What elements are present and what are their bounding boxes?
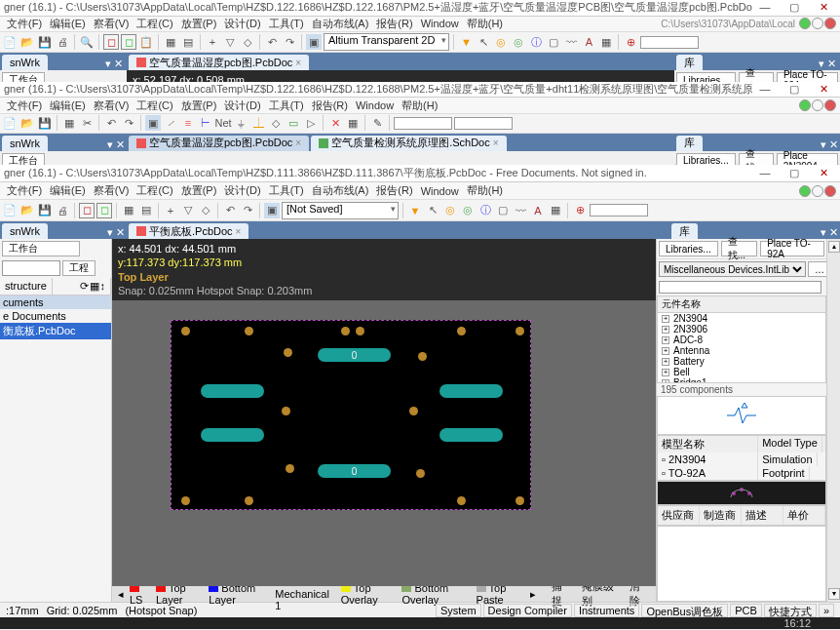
ring-icon[interactable]: ◎	[460, 203, 476, 218]
place-btn[interactable]: Place TO-92A	[760, 241, 824, 256]
menu-window[interactable]: Window	[418, 185, 462, 197]
wire-icon[interactable]: ⊢	[198, 115, 213, 131]
print-icon[interactable]: 🖨	[55, 203, 70, 218]
tab-pcb-doc[interactable]: 空气质量温湿度pcb图.PcbDoc×	[129, 55, 309, 70]
component-item[interactable]: +Bell	[658, 367, 825, 377]
tab-snwrk[interactable]: snWrk	[2, 223, 48, 239]
square-icon[interactable]: ▢	[546, 34, 561, 50]
menu-place[interactable]: 放置(P)	[178, 98, 220, 113]
doc-item[interactable]: e Documents	[0, 309, 111, 323]
menu-file[interactable]: 文件(F)	[4, 98, 45, 113]
via[interactable]	[245, 327, 253, 335]
grid-icon[interactable]: ▦	[61, 115, 77, 131]
doc-item-selected[interactable]: 衡底板.PcbDoc	[0, 323, 111, 339]
libs-btn[interactable]: Libraries...	[659, 241, 718, 256]
menu-window[interactable]: Window	[418, 18, 462, 29]
pcb-canvas[interactable]: 00	[112, 300, 656, 586]
tab-lib[interactable]: 库	[671, 223, 698, 239]
menu-project[interactable]: 工程(C)	[134, 183, 175, 198]
undo-icon[interactable]: ↶	[222, 203, 238, 218]
zoom-icon[interactable]: 🔍	[79, 34, 95, 50]
menu-edit[interactable]: 编辑(E)	[47, 183, 89, 198]
project-btn[interactable]: 工程	[62, 260, 95, 276]
min-btn[interactable]: —	[752, 83, 778, 97]
search-field[interactable]	[640, 36, 699, 49]
menu-design[interactable]: 设计(D)	[221, 17, 263, 31]
shape-tool[interactable]: ◻	[79, 203, 95, 218]
add-icon[interactable]: +	[163, 203, 178, 218]
menu-report[interactable]: 报告(R)	[309, 98, 351, 113]
target-icon[interactable]: ⊕	[623, 34, 638, 50]
find-btn[interactable]: 查找...	[721, 241, 758, 256]
min-btn[interactable]: —	[752, 1, 778, 15]
tab-structure[interactable]: structure	[0, 278, 53, 295]
workbench-btn[interactable]: 工作台	[2, 241, 80, 256]
via[interactable]	[282, 407, 290, 415]
pad[interactable]: 0	[318, 348, 391, 362]
menu-project[interactable]: 工程(C)	[134, 98, 175, 113]
filter-icon[interactable]: ▼	[407, 203, 423, 218]
part-icon[interactable]: ◇	[268, 115, 284, 131]
close-btn[interactable]: ✕	[811, 167, 836, 180]
pcb-board[interactable]: 00	[171, 320, 531, 510]
status-more[interactable]: »	[819, 604, 834, 617]
grid-icon[interactable]: ▤	[180, 34, 196, 50]
redo-icon[interactable]: ↷	[240, 203, 255, 218]
open-icon[interactable]: 📂	[19, 115, 35, 131]
via[interactable]	[515, 327, 524, 335]
component-item[interactable]: +ADC-8	[658, 335, 825, 345]
search-field2[interactable]	[454, 117, 513, 130]
tab-snwrk[interactable]: snWrk	[2, 136, 48, 151]
cursor-icon[interactable]: ↖	[476, 34, 491, 50]
menu-window[interactable]: Window	[353, 99, 397, 111]
sheet-icon[interactable]: ▭	[286, 115, 301, 131]
status-seg[interactable]: Instruments	[574, 604, 639, 617]
gnd-icon[interactable]: ⏚	[233, 115, 248, 131]
menu-file[interactable]: 文件(F)	[4, 183, 45, 198]
grid-icon[interactable]: ▦	[163, 34, 178, 50]
status-seg[interactable]: 快捷方式	[764, 604, 817, 617]
pad[interactable]: 0	[318, 464, 391, 478]
add-icon[interactable]: +	[205, 34, 220, 50]
new-icon[interactable]: 📄	[2, 34, 18, 50]
vcc-icon[interactable]: ⏊	[250, 115, 266, 131]
menu-route[interactable]: 自动布线(A)	[309, 17, 372, 31]
via[interactable]	[515, 496, 524, 505]
component-item[interactable]: +2N3906	[658, 324, 825, 335]
bus-icon[interactable]: ≡	[180, 115, 196, 131]
tab-snwrk[interactable]: snWrk	[2, 55, 48, 70]
status-seg[interactable]: Design Compiler	[483, 604, 572, 617]
menu-view[interactable]: 察看(V)	[91, 98, 133, 113]
component-item[interactable]: +Antenna	[658, 345, 825, 356]
status-seg[interactable]: OpenBus调色板	[641, 604, 728, 617]
tab-sch-doc[interactable]: 空气质量检测系统原理图.SchDoc×	[311, 136, 506, 151]
max-btn[interactable]: ▢	[782, 167, 807, 180]
redo-icon[interactable]: ↷	[282, 34, 297, 50]
max-btn[interactable]: ▢	[782, 1, 807, 15]
min-btn[interactable]: —	[752, 167, 778, 180]
info-icon[interactable]: ⓘ	[528, 34, 544, 50]
menu-report[interactable]: 报告(R)	[373, 183, 415, 198]
target-icon[interactable]: ⊕	[572, 203, 588, 218]
menu-design[interactable]: 设计(D)	[221, 183, 263, 198]
grid-icon[interactable]: ▤	[138, 203, 154, 218]
via[interactable]	[286, 464, 294, 473]
scrollbar[interactable]: ▴ ▾	[826, 239, 840, 602]
brackets-icon[interactable]: 〰	[513, 203, 528, 218]
square-icon[interactable]: ▢	[495, 203, 511, 218]
shape-tool[interactable]: ◻	[96, 203, 112, 218]
menu-file[interactable]: 文件(F)	[4, 17, 45, 31]
cursor-icon[interactable]: ↖	[425, 203, 440, 218]
cancel-icon[interactable]: ✕	[327, 115, 343, 131]
close-btn[interactable]: ✕	[811, 1, 836, 15]
filter-icon[interactable]: ▽	[222, 34, 238, 50]
status-seg[interactable]: PCB	[730, 604, 762, 617]
model-row[interactable]: ▫ TO-92AFootprint	[658, 466, 825, 480]
model-row[interactable]: ▫ 2N3904Simulation	[658, 453, 825, 466]
pad[interactable]	[439, 384, 503, 398]
expand-icon[interactable]: ↕	[100, 280, 106, 293]
close-btn[interactable]: ✕	[811, 83, 836, 97]
pad[interactable]	[201, 428, 264, 442]
text-icon[interactable]: A	[581, 34, 596, 50]
max-btn[interactable]: ▢	[782, 83, 807, 97]
